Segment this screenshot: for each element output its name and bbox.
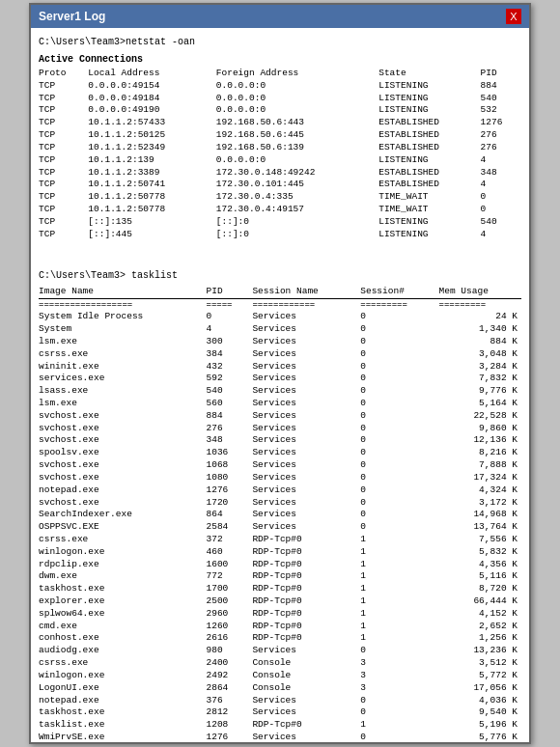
table-row: notepad.exe1276Services04,324 K xyxy=(39,484,521,497)
table-row: csrss.exe2400Console33,512 K xyxy=(39,657,521,670)
tasklist-col-image: Image Name xyxy=(39,286,207,298)
table-row: lsass.exe540Services09,776 K xyxy=(39,385,521,398)
tasklist-col-sessionnum: Session# xyxy=(360,286,438,298)
tasklist-col-mem: Mem Usage xyxy=(439,286,521,298)
table-row: audiodg.exe980Services013,236 K xyxy=(39,645,521,657)
table-row: svchost.exe884Services022,528 K xyxy=(39,410,521,423)
table-row: OSPPSVC.EXE2584Services013,764 K xyxy=(39,521,521,534)
close-button[interactable]: X xyxy=(506,9,521,24)
table-row: svchost.exe1068Services07,888 K xyxy=(39,459,521,472)
table-row: notepad.exe376Services04,036 K xyxy=(39,695,521,707)
table-row: tasklist.exe1208RDP-Tcp#015,196 K xyxy=(39,719,521,732)
netstat-section-title: Active Connections xyxy=(39,53,521,67)
netstat-col-local: Local Address xyxy=(88,68,215,80)
table-row: TCP10.1.1.2:52349192.168.50.6:139ESTABLI… xyxy=(39,142,521,154)
table-row: WmiPrvSE.exe1276Services05,776 K xyxy=(39,732,521,742)
table-row: TCP0.0.0.0:491840.0.0.0:0LISTENING540 xyxy=(39,93,521,105)
table-row: svchost.exe276Services09,860 K xyxy=(39,423,521,435)
table-row: lsm.exe300Services0884 K xyxy=(39,336,521,348)
tasklist-underline-row: ================== ===== ============ ==… xyxy=(39,299,521,312)
table-row: TCP10.1.1.2:57433192.168.50.6:443ESTABLI… xyxy=(39,117,521,129)
tasklist-table: Image Name PID Session Name Session# Mem… xyxy=(39,286,521,742)
table-row: csrss.exe372RDP-Tcp#017,556 K xyxy=(39,534,521,546)
table-row: services.exe592Services07,832 K xyxy=(39,373,521,385)
netstat-table: Proto Local Address Foreign Address Stat… xyxy=(39,68,521,240)
table-row: svchost.exe348Services012,136 K xyxy=(39,434,521,447)
content-area: C:\Users\Team3>netstat -oan Active Conne… xyxy=(31,28,529,742)
table-row: taskhost.exe1700RDP-Tcp#018,720 K xyxy=(39,583,521,595)
table-row: TCP10.1.1.2:50741172.30.0.101:445ESTABLI… xyxy=(39,179,521,191)
tasklist-col-session: Session Name xyxy=(252,286,360,298)
separator-1 xyxy=(39,248,521,262)
table-row: TCP0.0.0.0:491540.0.0.0:0LISTENING884 xyxy=(39,80,521,93)
netstat-col-pid: PID xyxy=(481,68,521,80)
table-row: winlogon.exe460RDP-Tcp#015,832 K xyxy=(39,546,521,559)
window-title: Server1 Log xyxy=(39,10,105,23)
main-window: Server1 Log X C:\Users\Team3>netstat -oa… xyxy=(29,3,531,744)
table-row: conhost.exe2616RDP-Tcp#011,256 K xyxy=(39,632,521,645)
title-bar: Server1 Log X xyxy=(31,5,529,28)
table-row: svchost.exe1720Services03,172 K xyxy=(39,497,521,510)
table-row: rdpclip.exe1600RDP-Tcp#014,356 K xyxy=(39,559,521,571)
table-row: TCP[::]:445[::]:0LISTENING4 xyxy=(39,229,521,241)
table-row: TCP10.1.1.2:50125192.168.50.6:445ESTABLI… xyxy=(39,129,521,142)
table-row: explorer.exe2500RDP-Tcp#0166,444 K xyxy=(39,595,521,608)
table-row: lsm.exe560Services05,164 K xyxy=(39,398,521,410)
table-row: LogonUI.exe2864Console317,056 K xyxy=(39,682,521,695)
table-row: csrss.exe384Services03,048 K xyxy=(39,348,521,361)
tasklist-header-row: Image Name PID Session Name Session# Mem… xyxy=(39,286,521,298)
tasklist-col-pid: PID xyxy=(207,286,253,298)
table-row: TCP10.1.1.2:1390.0.0.0:0LISTENING4 xyxy=(39,154,521,167)
table-row: spoolsv.exe1036Services08,216 K xyxy=(39,447,521,459)
table-row: System4Services01,340 K xyxy=(39,323,521,336)
table-row: TCP[::]:135[::]:0LISTENING540 xyxy=(39,216,521,229)
table-row: cmd.exe1260RDP-Tcp#012,652 K xyxy=(39,621,521,633)
table-row: TCP0.0.0.0:491900.0.0.0:0LISTENING532 xyxy=(39,104,521,117)
tasklist-command: C:\Users\Team3> tasklist xyxy=(39,269,521,283)
netstat-command: C:\Users\Team3>netstat -oan xyxy=(39,36,521,49)
netstat-col-foreign: Foreign Address xyxy=(216,68,378,80)
table-row: splwow64.exe2960RDP-Tcp#014,152 K xyxy=(39,608,521,621)
netstat-col-state: State xyxy=(378,68,480,80)
table-row: dwm.exe772RDP-Tcp#015,116 K xyxy=(39,570,521,583)
table-row: taskhost.exe2812Services09,540 K xyxy=(39,706,521,719)
table-row: TCP10.1.1.2:50778172.30.0.4:335TIME_WAIT… xyxy=(39,191,521,204)
table-row: wininit.exe432Services03,284 K xyxy=(39,361,521,374)
table-row: System Idle Process0Services024 K xyxy=(39,311,521,323)
netstat-header-row: Proto Local Address Foreign Address Stat… xyxy=(39,68,521,80)
table-row: TCP10.1.1.2:50778172.30.0.4:49157TIME_WA… xyxy=(39,204,521,216)
table-row: winlogon.exe2492Console35,772 K xyxy=(39,670,521,682)
netstat-col-proto: Proto xyxy=(39,68,88,80)
table-row: SearchIndexer.exe864Services014,968 K xyxy=(39,509,521,521)
table-row: svchost.exe1080Services017,324 K xyxy=(39,472,521,484)
table-row: TCP10.1.1.2:3389172.30.0.148:49242ESTABL… xyxy=(39,167,521,180)
